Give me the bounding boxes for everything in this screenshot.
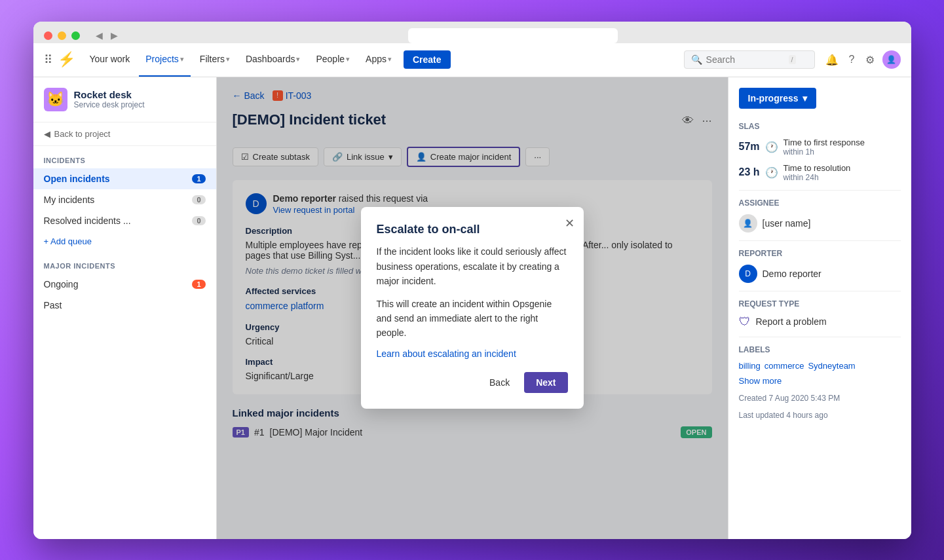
major-incidents-label: Major incidents xyxy=(33,252,216,274)
settings-button[interactable]: ⚙ xyxy=(863,51,877,69)
search-shortcut: / xyxy=(789,55,796,64)
top-navigation: ⠿ ⚡ Your work Projects ▾ Filters ▾ Dashb… xyxy=(33,43,911,77)
modal-close-button[interactable]: ✕ xyxy=(565,216,575,231)
sla1-sub: within 1h xyxy=(784,147,865,157)
traffic-light-yellow[interactable] xyxy=(58,31,66,40)
shield-icon: 🛡 xyxy=(739,315,751,329)
sidebar-resolved-incidents[interactable]: Resolved incidents ... 0 xyxy=(33,210,216,231)
sidebar-my-incidents[interactable]: My incidents 0 xyxy=(33,189,216,210)
request-type-value: Report a problem xyxy=(756,316,827,327)
show-more-link[interactable]: Show more xyxy=(739,376,901,386)
request-type-label: Request type xyxy=(739,299,901,308)
content-area: ← Back ! IT-003 [DEMO] Incident ticket 👁… xyxy=(217,77,728,539)
modal-body1: If the incident looks like it could seri… xyxy=(377,244,568,288)
sidebar-past[interactable]: Past xyxy=(33,295,216,316)
user-avatar[interactable]: 👤 xyxy=(882,50,901,69)
sla2-sub: within 24h xyxy=(784,173,851,182)
projects-dropdown-icon: ▾ xyxy=(180,55,184,64)
modal-back-button[interactable]: Back xyxy=(481,373,518,392)
reporter-panel-avatar: D xyxy=(739,265,757,283)
panel-divider-3 xyxy=(739,291,901,291)
panel-divider-2 xyxy=(739,240,901,241)
sidebar-ongoing[interactable]: Ongoing 1 xyxy=(33,274,216,295)
label-billing[interactable]: billing xyxy=(739,361,761,371)
notifications-button[interactable]: 🔔 xyxy=(823,51,841,69)
labels-label: Labels xyxy=(739,345,901,354)
search-input[interactable] xyxy=(706,54,785,65)
people-dropdown-icon: ▾ xyxy=(346,55,350,64)
assignee-name: [user name] xyxy=(763,218,811,229)
nav-projects[interactable]: Projects ▾ xyxy=(139,43,191,77)
project-avatar: 🐱 xyxy=(44,88,67,111)
last-updated-text: Last updated 4 hours ago xyxy=(739,411,901,420)
labels-row: billing commerce Sydneyteam xyxy=(739,361,901,371)
filters-dropdown-icon: ▾ xyxy=(226,55,230,64)
apps-dropdown-icon: ▾ xyxy=(388,55,392,64)
sla-first-response: 57m 🕐 Time to first response within 1h xyxy=(739,138,901,157)
dashboards-dropdown-icon: ▾ xyxy=(296,55,300,64)
nav-dashboards[interactable]: Dashboards ▾ xyxy=(239,43,307,77)
nav-icons: 🔔 ? ⚙ 👤 xyxy=(823,50,901,69)
open-incidents-badge: 1 xyxy=(192,174,205,183)
nav-people[interactable]: People ▾ xyxy=(309,43,356,77)
reporter-panel-row: D Demo reporter xyxy=(739,265,901,283)
assignee-row: 👤 [user name] xyxy=(739,214,901,233)
modal-footer: Back Next xyxy=(377,372,568,393)
grid-icon[interactable]: ⠿ xyxy=(44,52,52,67)
atlassian-logo[interactable]: ⚡ xyxy=(58,51,75,68)
right-panel: In-progress ▾ SLAs 57m 🕐 Time to first r… xyxy=(728,77,911,539)
nav-apps[interactable]: Apps ▾ xyxy=(359,43,398,77)
back-to-project[interactable]: ◀ Back to project xyxy=(33,122,216,146)
sidebar: 🐱 Rocket desk Service desk project ◀ Bac… xyxy=(33,77,217,539)
escalate-modal: ✕ Escalate to on-call If the incident lo… xyxy=(361,207,584,408)
sla1-clock-icon: 🕐 xyxy=(765,141,778,153)
reporter-panel-name: Demo reporter xyxy=(763,269,821,279)
sla-section-title: SLAs xyxy=(739,122,901,131)
my-incidents-badge: 0 xyxy=(192,195,205,204)
modal-overlay: ✕ Escalate to on-call If the incident lo… xyxy=(217,77,728,539)
sidebar-project: 🐱 Rocket desk Service desk project xyxy=(33,88,216,122)
help-button[interactable]: ? xyxy=(846,51,858,68)
search-icon: 🔍 xyxy=(691,54,702,65)
label-commerce[interactable]: commerce xyxy=(765,361,804,371)
browser-back[interactable]: ◀ xyxy=(93,29,105,42)
sla2-desc: Time to resolution xyxy=(784,163,851,173)
create-button[interactable]: Create xyxy=(404,50,451,69)
reporter-section-label: Reporter xyxy=(739,249,901,258)
modal-next-button[interactable]: Next xyxy=(524,372,567,393)
sla1-desc: Time to first response xyxy=(784,138,865,147)
project-type: Service desk project xyxy=(74,100,145,109)
sla2-time: 23 h xyxy=(739,166,760,178)
traffic-light-red[interactable] xyxy=(44,31,52,40)
browser-forward[interactable]: ▶ xyxy=(108,29,121,42)
status-button[interactable]: In-progress ▾ xyxy=(739,88,816,109)
modal-body2: This will create an incident within Opsg… xyxy=(377,297,568,341)
status-dropdown-icon: ▾ xyxy=(802,93,807,103)
sla1-time: 57m xyxy=(739,141,760,153)
panel-divider-1 xyxy=(739,190,901,191)
back-icon: ◀ xyxy=(44,129,50,139)
project-name: Rocket desk xyxy=(74,89,145,100)
sla2-clock-icon: 🕐 xyxy=(765,166,778,179)
nav-filters[interactable]: Filters ▾ xyxy=(193,43,236,77)
sidebar-open-incidents[interactable]: Open incidents 1 xyxy=(33,168,216,189)
nav-your-work[interactable]: Your work xyxy=(83,43,137,77)
modal-title: Escalate to on-call xyxy=(377,223,568,236)
request-type-row: 🛡 Report a problem xyxy=(739,315,901,329)
incidents-section-label: Incidents xyxy=(33,146,216,168)
traffic-light-green[interactable] xyxy=(71,31,80,40)
add-queue[interactable]: + Add queue xyxy=(33,231,216,252)
resolved-incidents-badge: 0 xyxy=(192,216,205,225)
label-sydneyteam[interactable]: Sydneyteam xyxy=(808,361,855,371)
assignee-avatar: 👤 xyxy=(739,214,757,233)
address-bar: cloud.atlassian.net xyxy=(126,28,901,43)
url-input[interactable]: cloud.atlassian.net xyxy=(408,28,618,43)
sla-resolution: 23 h 🕐 Time to resolution within 24h xyxy=(739,163,901,182)
created-text: Created 7 Aug 2020 5:43 PM xyxy=(739,394,901,403)
assignee-label: Assignee xyxy=(739,198,901,208)
search-bar[interactable]: 🔍 / xyxy=(684,50,815,69)
learn-more-link[interactable]: Learn about escalating an incident xyxy=(377,348,568,359)
ongoing-badge: 1 xyxy=(192,280,205,289)
panel-divider-4 xyxy=(739,337,901,337)
